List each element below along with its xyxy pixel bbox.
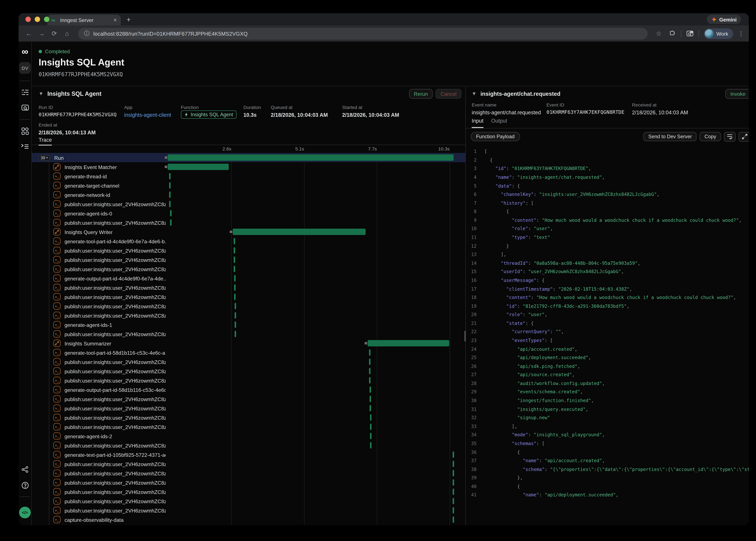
span-tick[interactable] [452,461,454,467]
side-panel-search-icon[interactable] [686,30,693,37]
chevron-down-icon[interactable]: ▼ [472,91,476,96]
field-value[interactable]: insights-agent-client [124,112,171,118]
site-info-icon[interactable]: ⓘ [84,30,89,37]
span-tick[interactable] [370,405,371,411]
trace-row[interactable]: >_generate-agent-ids-1 [32,320,465,329]
close-window-button[interactable] [25,17,31,22]
fullscreen-window-button[interactable] [44,17,49,22]
span-bar[interactable] [168,154,453,161]
new-tab-button[interactable]: + [127,16,131,23]
span-tick[interactable] [235,312,236,318]
expand-icon[interactable] [739,132,749,142]
trace-row[interactable]: >_publish:user:insights:user_2VH6zowmhZC… [32,441,465,450]
span-tick[interactable] [369,358,371,365]
trace-row[interactable]: >_publish:user:insights:user_2VH6zowmhZC… [32,357,465,366]
tab-output[interactable]: Output [491,118,507,128]
trace-row[interactable]: >_publish:user:insights:user_2VH6zowmhZC… [32,255,465,264]
tab-input[interactable]: Input [472,118,483,128]
reload-icon[interactable]: ⟳ [49,30,60,37]
trace-row[interactable]: >_publish:user:insights:user_2VH6zowmhZC… [32,311,465,320]
span-tick[interactable] [234,238,235,244]
trace-row[interactable]: 39▾Run [32,153,465,162]
span-tick[interactable] [452,498,454,504]
trace-row[interactable]: >_publish:user:insights:user_2VH6zowmhZC… [32,329,465,338]
span-tick[interactable] [370,433,372,439]
span-bar[interactable] [233,229,366,235]
span-tick[interactable] [370,424,372,430]
span-tick[interactable] [235,303,236,309]
extensions-icon[interactable] [669,30,676,37]
span-tick[interactable] [234,247,235,254]
trace-row[interactable]: >_publish:user:insights:user_2VH6zowmhZC… [32,218,465,227]
trace-row[interactable]: >_publish:user:insights:user_2VH6zowmhZC… [32,264,465,273]
trace-row[interactable]: >_publish:user:insights:user_2VH6zowmhZC… [32,496,465,506]
word-wrap-icon[interactable] [724,132,736,142]
trace-row[interactable]: >_publish:user:insights:user_2VH6zowmhZC… [32,283,465,292]
trace-row[interactable]: Insights Event Matcher [32,162,465,172]
span-bar[interactable] [168,164,229,170]
trace-row[interactable]: >_publish:user:insights:user_2VH6zowmhZC… [32,403,465,413]
span-tick[interactable] [452,516,454,523]
profile-chip[interactable]: Work [704,28,733,39]
span-tick[interactable] [369,377,371,383]
trace-row[interactable]: >_publish:user:insights:user_2VH6zowmhZC… [32,422,465,431]
home-icon[interactable]: ⌂ [62,30,72,37]
span-tick[interactable] [235,321,236,328]
span-tick[interactable] [170,219,172,226]
trace-row[interactable]: >_publish:user:insights:user_2VH6zowmhZC… [32,301,465,311]
trace-row[interactable]: >_publish:user:insights:user_2VH6zowmhZC… [32,376,465,385]
span-tick[interactable] [369,368,371,374]
sidebar-item-functions[interactable] [19,140,31,153]
minimize-window-button[interactable] [35,17,40,22]
span-tick[interactable] [370,386,371,393]
children-count-badge[interactable]: 39▾ [39,155,50,161]
trace-row[interactable]: >_publish:user:insights:user_2VH6zowmhZC… [32,487,465,496]
trace-row[interactable]: Insights Summarizer [32,338,465,348]
trace-row[interactable]: >_generate-target-channel [32,181,465,190]
trace-row[interactable]: >_publish:user:insights:user_2VH6zowmhZC… [32,199,465,209]
trace-row[interactable]: >_generate-agent-ids-2 [32,431,465,441]
trace-row[interactable]: >_publish:user:insights:user_2VH6zowmhZC… [32,366,465,376]
span-bar[interactable] [368,340,449,346]
trace-row[interactable]: >_generate-output-part-id-4c4de9f0-6e7a-… [32,273,465,283]
invoke-button[interactable]: Invoke [726,89,749,99]
span-tick[interactable] [452,470,454,476]
bookmark-star-icon[interactable]: ☆ [653,30,664,37]
trace-row[interactable]: >_publish:user:insights:user_2VH6zowmhZC… [32,413,465,422]
trace-row[interactable]: >_generate-thread-id [32,172,465,181]
span-tick[interactable] [170,210,172,217]
payload-code-editor[interactable]: 1[2 {3 "id": "01KHRMF63Y7AHK7EKFQGN8RTDE… [466,145,749,525]
tab-close-icon[interactable]: × [113,17,117,23]
trace-row[interactable]: >_publish:user:insights:user_2VH6zowmhZC… [32,292,465,301]
span-tick[interactable] [370,396,371,402]
help-icon[interactable] [19,479,31,491]
span-tick[interactable] [169,182,171,189]
trace-row[interactable]: >_publish:user:insights:user_2VH6zowmhZC… [32,506,465,515]
url-bar[interactable]: ⓘ localhost:8288/run?runID=01KHRMF677RJP… [78,28,647,39]
inngest-logo-icon[interactable]: ∞ [19,45,31,58]
trace-row[interactable]: >_generate-text-part-id-105bf925-5722-43… [32,450,465,459]
sidebar-item-events[interactable] [19,102,31,114]
share-icon[interactable] [19,463,31,476]
span-tick[interactable] [169,192,171,198]
send-to-dev-server-button[interactable]: Send to Dev Server [643,132,697,141]
span-tick[interactable] [169,201,171,207]
trace-row[interactable]: >_generate-network-id [32,190,465,199]
trace-row[interactable]: >_generate-tool-part-id-4c4de9f0-6e7a-4d… [32,237,465,246]
trace-row[interactable]: >_capture-observability-data [32,515,465,524]
trace-row[interactable]: Insights Query Writer [32,227,465,237]
span-tick[interactable] [370,442,372,448]
cancel-button[interactable]: Cancel [436,89,461,99]
span-tick[interactable] [452,451,454,458]
trace-row[interactable]: >_publish:user:insights:user_2VH6zowmhZC… [32,394,465,403]
span-tick[interactable] [452,507,454,513]
browser-menu-icon[interactable]: ⋮ [738,30,744,37]
span-tick[interactable] [369,349,371,356]
gemini-badge[interactable]: Gemini [707,15,741,24]
rerun-button[interactable]: Rerun [409,89,433,99]
trace-row[interactable]: >_generate-tool-part-id-58d1b116-c53c-4e… [32,348,465,357]
dev-mode-button[interactable]: </> [19,507,31,518]
panel-scrollbar-thumb[interactable] [464,331,466,341]
span-tick[interactable] [234,257,235,263]
span-tick[interactable] [234,293,236,300]
